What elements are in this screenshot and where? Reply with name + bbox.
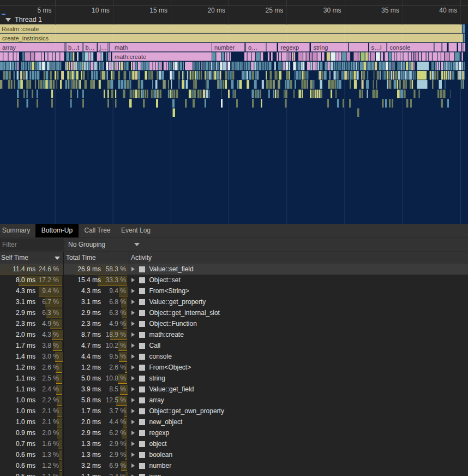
svg-text:regexp: regexp	[281, 44, 299, 51]
svg-text:create_instrinsics: create_instrinsics	[2, 35, 49, 41]
svg-text:console: console	[390, 44, 411, 51]
svg-text:array: array	[2, 44, 16, 51]
svg-text:Realm::create: Realm::create	[2, 26, 39, 32]
svg-text:b…: b…	[86, 44, 95, 51]
svg-text:math: math	[115, 44, 128, 51]
svg-text:b…t: b…t	[68, 44, 79, 51]
svg-text:string: string	[314, 44, 328, 51]
svg-text:j…: j…	[99, 44, 107, 51]
svg-text:number: number	[214, 44, 235, 51]
svg-text:o…: o…	[248, 44, 257, 51]
svg-text:s…l: s…l	[371, 44, 382, 51]
svg-text:math:create: math:create	[115, 53, 146, 60]
